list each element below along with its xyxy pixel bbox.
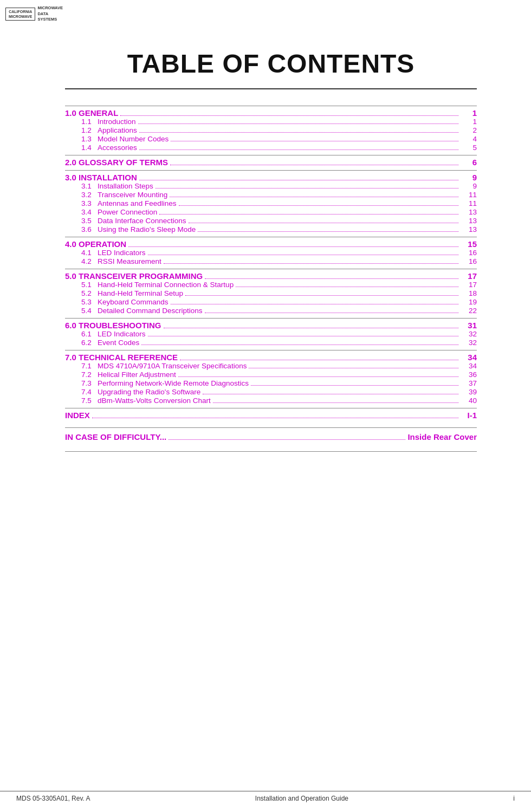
section-page-5: 31 [461,321,477,330]
section-major-0: 1.0 GENERAL1 [65,108,477,118]
sub-title-3-1: RSSI Measurement [98,257,161,265]
section-major-2: 3.0 INSTALLATION9 [65,173,477,182]
subsection-4-1: 5.2Hand-Held Terminal Setup18 [65,289,477,297]
sub-page-5-1: 32 [461,339,477,347]
logo-microwave-small: MICROWAVE [9,14,32,19]
incase-label: IN CASE OF DIFFICULTY... [65,432,166,441]
sub-page-4-0: 17 [461,281,477,289]
subsection-3-0: 4.1LED Indicators16 [65,249,477,257]
footer: MDS 05-3305A01, Rev. A Installation and … [0,791,531,802]
sub-dots-3-1 [164,263,458,264]
sub-dots-2-5 [198,231,458,232]
sub-title-3-0: LED Indicators [98,249,146,257]
sub-title-0-1: Applications [98,126,137,134]
sub-title-4-1: Hand-Held Terminal Setup [98,289,183,297]
sub-dots-0-3 [139,150,458,150]
subsection-6-2: 7.3Performing Network-Wide Remote Diagno… [65,379,477,387]
section-separator-0 [65,106,477,106]
sub-page-6-4: 40 [461,397,477,405]
section-dots-3 [128,246,458,247]
subsection-0-3: 1.4Accessories5 [65,144,477,152]
sub-num-0-2: 1.3 [81,135,98,143]
sub-page-6-3: 39 [461,388,477,396]
sub-dots-2-2 [179,205,458,206]
sub-dots-2-0 [156,188,458,189]
in-case-row [65,451,477,456]
section-page-0: 1 [461,108,477,118]
index-dots [92,418,458,418]
section-separator-6 [65,350,477,350]
sub-title-2-4: Data Interface Connections [98,217,186,225]
sub-num-2-3: 3.4 [81,208,98,216]
sub-num-2-4: 3.5 [81,217,98,225]
sub-title-6-2: Performing Network-Wide Remote Diagnosti… [98,379,249,387]
section-separator-1 [65,155,477,155]
sub-title-0-3: Accessories [98,144,137,152]
sub-page-0-2: 4 [461,135,477,143]
sub-dots-6-2 [251,385,458,386]
section-major-1: 2.0 GLOSSARY OF TERMS6 [65,158,477,167]
sub-num-2-2: 3.3 [81,199,98,207]
section-separator-2 [65,170,477,171]
sub-dots-4-3 [205,313,458,313]
sub-dots-2-3 [159,214,458,215]
sub-page-2-0: 9 [461,182,477,190]
section-page-6: 34 [461,353,477,362]
sub-title-4-0: Hand-Held Terminal Connection & Startup [98,281,234,289]
sub-page-2-4: 13 [461,217,477,225]
subsection-4-2: 5.3Keyboard Commands19 [65,298,477,306]
sub-page-4-3: 22 [461,307,477,315]
sub-page-2-3: 13 [461,208,477,216]
sub-title-5-0: LED Indicators [98,330,146,338]
sub-title-2-5: Using the Radio's Sleep Mode [98,225,196,233]
subsection-2-5: 3.6Using the Radio's Sleep Mode13 [65,225,477,233]
sub-dots-2-4 [189,223,458,223]
sub-num-5-0: 6.1 [81,330,98,338]
subsection-6-3: 7.4Upgrading the Radio's Software39 [65,388,477,396]
section-separator-3 [65,237,477,237]
sub-page-2-1: 11 [461,191,477,199]
sub-page-3-1: 16 [461,257,477,265]
section-separator-5 [65,318,477,319]
subsection-6-4: 7.5dBm-Watts-Volts Conversion Chart40 [65,397,477,405]
sub-page-6-1: 36 [461,371,477,379]
subsection-4-3: 5.4Detailed Command Descriptions22 [65,307,477,315]
sub-title-6-0: MDS 4710A/9710A Transceiver Specificatio… [98,362,247,370]
subsection-5-1: 6.2Event Codes32 [65,339,477,347]
sub-num-3-1: 4.2 [81,257,98,265]
index-row: INDEXI-1 [65,411,477,420]
sub-num-4-3: 5.4 [81,307,98,315]
sub-page-4-1: 18 [461,289,477,297]
section-dots-6 [180,360,458,360]
section-separator-4 [65,269,477,269]
sub-num-4-0: 5.1 [81,281,98,289]
sub-num-6-3: 7.4 [81,388,98,396]
sub-dots-5-0 [148,336,458,336]
sub-num-4-2: 5.3 [81,298,98,306]
sub-num-2-5: 3.6 [81,225,98,233]
subsection-2-2: 3.3Antennas and Feedlines11 [65,199,477,207]
sub-num-0-3: 1.4 [81,144,98,152]
section-major-3: 4.0 OPERATION15 [65,239,477,249]
sub-page-2-2: 11 [461,199,477,207]
section-label-4: 5.0 TRANSCEIVER PROGRAMMING [65,271,203,281]
sub-dots-6-0 [249,368,458,368]
section-label-6: 7.0 TECHNICAL REFERENCE [65,353,178,362]
sub-page-0-0: 1 [461,118,477,126]
sub-title-4-3: Detailed Command Descriptions [98,307,203,315]
subsection-6-1: 7.2Helical Filter Adjustment36 [65,371,477,379]
sub-title-6-1: Helical Filter Adjustment [98,371,176,379]
sub-page-2-5: 13 [461,225,477,233]
sub-dots-0-0 [138,124,458,124]
sub-title-5-1: Event Codes [98,339,139,347]
logo-data-text: DATA [37,11,63,17]
sub-dots-0-2 [171,141,458,141]
section-page-1: 6 [461,158,477,167]
footer-right: i [513,795,515,802]
section-label-2: 3.0 INSTALLATION [65,173,137,182]
sub-dots-4-0 [236,287,458,287]
subsection-5-0: 6.1LED Indicators32 [65,330,477,338]
sub-dots-6-1 [178,376,458,377]
section-dots-2 [139,180,458,180]
subsection-2-0: 3.1Installation Steps9 [65,182,477,190]
